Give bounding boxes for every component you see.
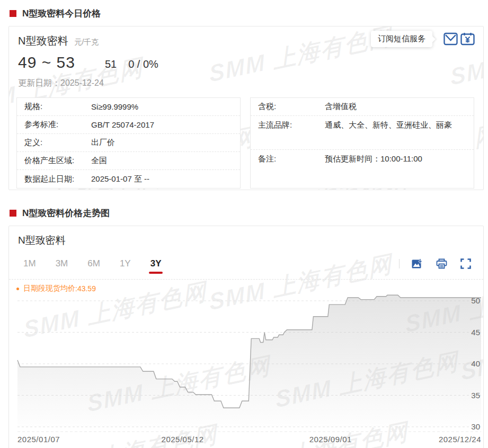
svg-text:30: 30 — [471, 422, 480, 431]
table-row: 数据起止日期: 2025-01-07 至 -- — [17, 170, 240, 188]
table-row: 备注: 预估更新时间：10:00-11:00 — [251, 150, 474, 187]
svg-text:50: 50 — [471, 296, 480, 305]
tab-3m[interactable]: 3M — [56, 258, 68, 269]
period-tabs: 1M 3M 6M 1Y 3Y — [23, 256, 475, 272]
tab-6m[interactable]: 6M — [87, 258, 100, 269]
svg-text:45: 45 — [471, 328, 480, 337]
price-range: 49 ~ 53 — [18, 53, 75, 71]
print-button[interactable] — [436, 258, 447, 270]
printer-icon — [436, 258, 447, 269]
tab-1y[interactable]: 1Y — [120, 258, 131, 269]
svg-text:35: 35 — [471, 391, 480, 400]
svg-text:2025/05/12: 2025/05/12 — [162, 435, 204, 444]
today-price-section-title: N型致密料今日价格 — [22, 7, 101, 20]
chart-product-title: N型致密料 — [9, 226, 483, 247]
price-change: 0 / 0% — [128, 58, 158, 70]
update-date-row: 更新日期：2025-12-24 — [9, 71, 483, 89]
table-row: 规格: Si≥99.9999% — [17, 98, 240, 116]
tax-brand-info-table: 含税: 含增值税 主流品牌: 通威、大全、新特、亚洲硅业、丽豪 备注: 预估更新… — [250, 97, 474, 189]
svg-text:2025/12/24: 2025/12/24 — [439, 435, 481, 444]
save-image-button[interactable] — [411, 258, 423, 270]
fullscreen-button[interactable] — [460, 258, 472, 270]
tab-3y[interactable]: 3Y — [150, 258, 162, 269]
today-price-section-header: N型致密料今日价格 — [10, 7, 488, 20]
envelope-icon — [443, 32, 458, 46]
product-name: N型致密料 — [18, 34, 68, 48]
fullscreen-icon — [460, 258, 471, 269]
yuan-ticket-icon — [460, 32, 475, 46]
table-row: 含税: 含增值税 — [251, 98, 474, 116]
table-row: 定义: 出厂价 — [17, 134, 240, 152]
table-row: 主流品牌: 通威、大全、新特、亚洲硅业、丽豪 — [251, 116, 474, 150]
price-average: 51 — [105, 58, 117, 70]
svg-text:40: 40 — [471, 359, 480, 368]
update-date-label: 更新日期： — [18, 78, 60, 87]
save-image-icon — [412, 258, 423, 269]
trend-chart-section-title: N型致密料价格走势图 — [22, 207, 110, 219]
price-trend-chart[interactable]: 3035404550 2025/01/072025/05/122025/09/0… — [9, 285, 483, 448]
price-unit: 元/千克 — [74, 38, 99, 47]
toolbar-divider — [399, 259, 400, 268]
email-subscribe-button[interactable] — [443, 31, 458, 47]
update-date-value: 2025-12-24 — [60, 78, 104, 87]
svg-text:2025/01/07: 2025/01/07 — [17, 435, 60, 444]
price-card: SMM 上海有色网SMM 上海有色网SMM 上海有色网SMM 上海有色网SMM … — [8, 26, 484, 190]
table-row: 价格产生区域: 全国 — [17, 152, 240, 170]
svg-text:2025/09/01: 2025/09/01 — [309, 435, 352, 444]
tab-1m[interactable]: 1M — [23, 258, 36, 269]
trend-chart-section-header: N型致密料价格走势图 — [10, 207, 488, 219]
price-subscribe-button[interactable] — [460, 31, 475, 47]
separator — [9, 279, 483, 280]
series-area — [17, 295, 481, 427]
trend-chart-card: SMM 上海有色网SMM 上海有色网SMM 上海有色网SMM 上海有色网SMM … — [8, 226, 484, 448]
section-marker-icon — [10, 10, 16, 17]
table-row: 参考标准: GB/T 25074-2017 — [17, 116, 240, 134]
spec-info-table: 规格: Si≥99.9999% 参考标准: GB/T 25074-2017 定义… — [16, 97, 241, 189]
section-marker-icon — [10, 210, 16, 217]
sms-subscribe-tooltip: 订阅短信服务 — [371, 31, 432, 47]
